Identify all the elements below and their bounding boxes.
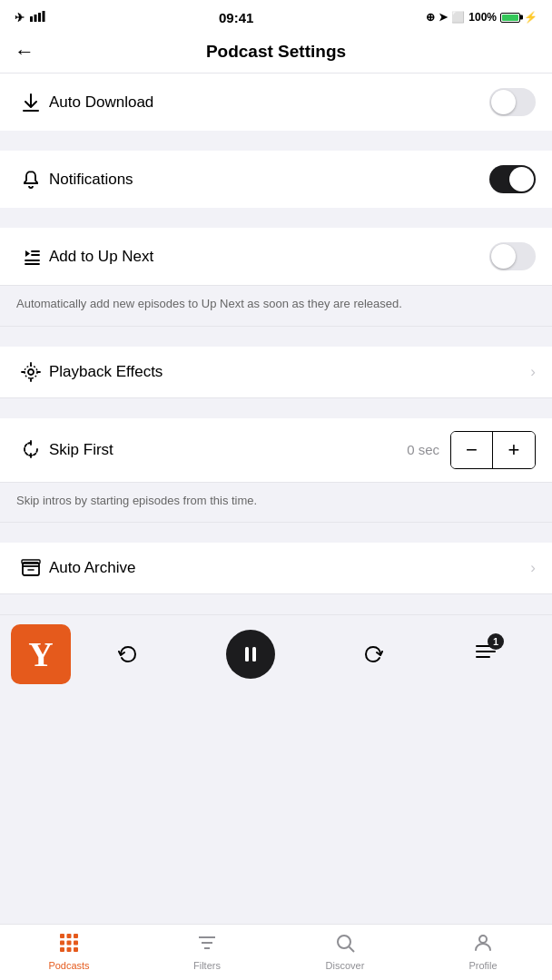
signal-icon (30, 11, 46, 24)
auto-download-toggle[interactable] (489, 88, 536, 116)
pause-button[interactable] (226, 630, 275, 679)
up-next-toggle[interactable] (489, 242, 536, 270)
playback-effects-section: Playback Effects › (0, 347, 552, 398)
svg-point-42 (479, 936, 487, 943)
now-playing-bar: Y (0, 614, 552, 691)
svg-rect-31 (60, 941, 64, 946)
podcast-thumbnail[interactable]: Y (11, 624, 71, 684)
auto-download-label: Auto Download (49, 93, 489, 112)
gap-5 (0, 523, 552, 543)
tab-filters-label: Filters (193, 960, 221, 971)
battery-icon (500, 13, 520, 23)
auto-archive-chevron: › (530, 559, 536, 577)
up-next-label: Add to Up Next (49, 248, 489, 266)
tab-podcasts[interactable]: Podcasts (0, 932, 138, 971)
playback-effects-chevron: › (530, 363, 536, 381)
skip-first-description: Skip intros by starting episodes from th… (16, 494, 257, 507)
svg-rect-34 (60, 947, 64, 952)
svg-rect-21 (22, 560, 40, 564)
skip-first-label: Skip First (49, 441, 407, 459)
svg-rect-24 (252, 647, 256, 662)
svg-rect-2 (38, 13, 41, 22)
screen-icon: ⬜ (451, 11, 465, 24)
skip-first-value: 0 sec (407, 442, 439, 457)
status-left: ✈ (15, 11, 46, 24)
tab-discover[interactable]: Discover (276, 932, 414, 971)
gap-1 (0, 131, 552, 151)
svg-rect-35 (67, 947, 72, 952)
svg-rect-3 (43, 11, 45, 22)
svg-point-12 (25, 366, 37, 378)
queue-button[interactable]: 1 (473, 639, 498, 670)
back-button[interactable]: ← (15, 42, 34, 62)
svg-rect-30 (74, 934, 78, 938)
status-right: ⊕ ➤ ⬜ 100% ⚡ (426, 11, 537, 24)
location-icon: ⊕ (426, 11, 435, 24)
notifications-toggle[interactable] (489, 165, 536, 193)
gap-3 (0, 327, 552, 347)
up-next-description-row: Automatically add new episodes to Up Nex… (0, 286, 552, 327)
battery-percent: 100% (468, 11, 497, 24)
auto-archive-icon (16, 557, 45, 579)
skip-first-section: Skip First 0 sec − + Skip intros by star… (0, 418, 552, 524)
tab-bar: Podcasts Filters Discover Profile (0, 924, 552, 980)
status-time: 09:41 (219, 10, 253, 25)
svg-rect-0 (30, 16, 33, 22)
forward-button[interactable] (360, 641, 388, 668)
nav-icon: ➤ (439, 11, 448, 24)
auto-archive-row[interactable]: Auto Archive › (0, 543, 552, 594)
up-next-icon (16, 247, 45, 267)
svg-point-11 (28, 369, 34, 375)
notifications-section: Notifications (0, 151, 552, 208)
airplane-icon: ✈ (15, 11, 25, 24)
svg-rect-29 (67, 934, 72, 938)
auto-archive-section: Auto Archive › (0, 543, 552, 594)
main-content: Auto Download Notifications (0, 74, 552, 882)
skip-first-stepper: − + (450, 431, 536, 469)
filters-icon (196, 932, 218, 957)
svg-rect-1 (34, 15, 37, 22)
playback-effects-label: Playback Effects (49, 363, 530, 381)
tab-profile[interactable]: Profile (414, 932, 552, 971)
discover-icon (334, 932, 356, 957)
tab-podcasts-label: Podcasts (48, 960, 89, 971)
svg-point-40 (338, 936, 350, 948)
rewind-button[interactable] (113, 641, 141, 668)
svg-rect-33 (74, 941, 78, 946)
svg-rect-28 (60, 934, 64, 938)
gap-2 (0, 208, 552, 228)
bell-icon (16, 170, 45, 190)
auto-archive-label: Auto Archive (49, 559, 530, 577)
notifications-row: Notifications (0, 151, 552, 208)
status-bar: ✈ 09:41 ⊕ ➤ ⬜ 100% ⚡ (0, 0, 552, 33)
svg-rect-23 (245, 647, 249, 662)
tab-discover-label: Discover (326, 960, 365, 971)
svg-line-41 (350, 947, 355, 953)
skip-first-increment[interactable]: + (493, 432, 535, 468)
player-controls: 1 (71, 630, 541, 679)
auto-download-row: Auto Download (0, 74, 552, 131)
gap-4 (0, 398, 552, 418)
skip-first-row: Skip First 0 sec − + (0, 418, 552, 483)
playback-effects-row[interactable]: Playback Effects › (0, 347, 552, 398)
download-icon (16, 93, 45, 113)
tab-profile-label: Profile (468, 960, 497, 971)
profile-icon (472, 932, 494, 957)
svg-marker-6 (25, 250, 30, 257)
page-title: Podcast Settings (15, 42, 537, 62)
svg-rect-36 (74, 947, 78, 952)
podcasts-icon (58, 932, 80, 957)
tab-filters[interactable]: Filters (138, 932, 276, 971)
svg-rect-32 (67, 941, 72, 946)
page-header: ← Podcast Settings (0, 33, 552, 74)
skip-first-icon (16, 439, 45, 461)
playback-effects-icon (16, 361, 45, 383)
charge-icon: ⚡ (524, 11, 537, 24)
queue-badge: 1 (488, 633, 504, 650)
skip-first-description-row: Skip intros by starting episodes from th… (0, 483, 552, 524)
skip-first-decrement[interactable]: − (451, 432, 493, 468)
svg-rect-19 (23, 563, 39, 575)
up-next-section: Add to Up Next Automatically add new epi… (0, 228, 552, 327)
notifications-label: Notifications (49, 171, 489, 189)
auto-download-section: Auto Download (0, 74, 552, 131)
